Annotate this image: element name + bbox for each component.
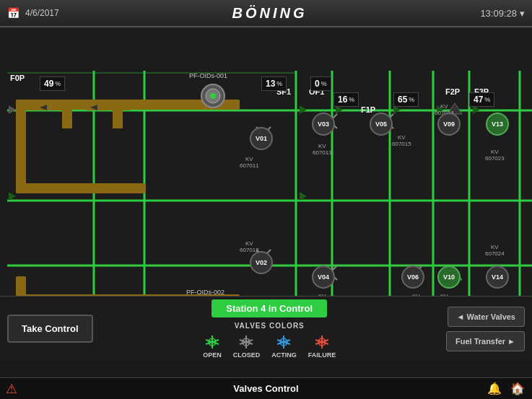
- f1p-label: F1P: [361, 105, 375, 114]
- home-icon[interactable]: 🏠: [510, 382, 525, 395]
- acting-label: ACTING: [271, 351, 297, 359]
- f2p-label: F2P: [445, 87, 460, 96]
- kv607012-label: KV607012: [240, 240, 259, 253]
- valve-v02[interactable]: V02: [250, 251, 273, 274]
- top0-pct: 0 %: [310, 76, 331, 91]
- controls-area: Take Control Station 4 in Control VALVES…: [0, 296, 532, 361]
- status-bar: ⚠ Valves Control 🔔 🏠: [0, 377, 532, 399]
- calendar-icon: 📅: [7, 7, 19, 19]
- valve-v04[interactable]: V04: [312, 266, 335, 289]
- of1-65-pct: 65 %: [393, 92, 419, 107]
- f0p-pct: 49 %: [40, 76, 65, 91]
- main-pipeline-area: F0P F0S SF1 SF2 OF1 OF2 F1P F1S F2P F3P …: [0, 27, 532, 361]
- top13-pct: 13 %: [261, 76, 287, 91]
- acting-valve-icon: [276, 334, 292, 350]
- valve-legend: OPEN CLOSED: [203, 334, 336, 359]
- top-bar: 📅 4/6/2017 BÖNING 13:09:28 ▾: [0, 0, 532, 27]
- valve-v03[interactable]: V03: [312, 113, 335, 136]
- legend-failure: FAILURE: [308, 334, 336, 359]
- pf-oids-002-label: PF-OIDs-002: [186, 289, 224, 296]
- kv607015-label: KV607015: [392, 134, 411, 147]
- valve-colors-label: VALVES COLORS: [235, 322, 305, 330]
- svg-rect-13: [16, 100, 26, 193]
- status-icons-right: 🔔 🏠: [487, 382, 525, 395]
- svg-marker-54: [9, 105, 16, 114]
- f0p-label: F0P: [10, 74, 25, 82]
- valve-v09[interactable]: V09: [437, 113, 461, 136]
- app-title: BÖNING: [59, 5, 481, 22]
- svg-marker-55: [9, 192, 16, 201]
- failure-valve-icon: [314, 334, 330, 350]
- valve-v14[interactable]: V14: [486, 266, 509, 289]
- svg-rect-14: [16, 183, 146, 193]
- closed-label: CLOSED: [233, 351, 261, 359]
- kv607023-label: KV607023: [485, 149, 505, 162]
- legend-closed: CLOSED: [233, 334, 261, 359]
- pf-oids-001-label: PF-OIDs-001: [189, 72, 227, 79]
- svg-rect-17: [62, 100, 72, 128]
- svg-marker-47: [300, 192, 307, 201]
- svg-rect-57: [7, 72, 296, 74]
- time-display: 13:09:28 ▾: [480, 8, 525, 19]
- f2p-47-pct: 47 %: [469, 92, 494, 107]
- time-value: 13:09:28: [480, 8, 517, 19]
- kv607013-label: KV607013: [313, 143, 332, 156]
- fuel-transfer-button[interactable]: Fuel Transfer ►: [446, 331, 525, 351]
- svg-marker-46: [300, 105, 307, 114]
- station-badge: Station 4 in Control: [212, 299, 327, 317]
- warning-icon: ⚠: [6, 381, 17, 397]
- chevron-down-icon[interactable]: ▾: [520, 8, 525, 19]
- date-label: 4/6/2017: [25, 8, 59, 18]
- valve-v01[interactable]: V01: [250, 127, 273, 150]
- kv607024-label: KV607024: [485, 244, 505, 257]
- take-control-button[interactable]: Take Control: [7, 315, 93, 343]
- svg-point-42: [210, 93, 216, 99]
- closed-valve-icon: [238, 334, 254, 350]
- failure-label: FAILURE: [308, 351, 336, 359]
- kv607011-label: KV607011: [240, 156, 259, 169]
- valve-v13[interactable]: V13: [486, 113, 509, 136]
- of1-16-pct: 16 %: [333, 92, 359, 107]
- legend-open: OPEN: [203, 334, 222, 359]
- valve-v06[interactable]: V06: [401, 266, 424, 289]
- legend-acting: ACTING: [271, 334, 297, 359]
- bell-icon[interactable]: 🔔: [487, 382, 502, 395]
- valve-v10[interactable]: V10: [437, 266, 461, 289]
- right-buttons: ◄ Water Valves Fuel Transfer ►: [446, 307, 525, 351]
- center-controls: Station 4 in Control VALVES COLORS OPEN: [99, 299, 440, 359]
- open-label: OPEN: [203, 351, 222, 359]
- valve-v05[interactable]: V05: [370, 113, 393, 136]
- svg-rect-18: [113, 100, 123, 128]
- water-valves-button[interactable]: ◄ Water Valves: [448, 307, 525, 327]
- status-bar-title: Valves Control: [233, 383, 298, 394]
- open-valve-icon: [204, 334, 220, 350]
- top-bar-left: 📅 4/6/2017: [7, 7, 59, 19]
